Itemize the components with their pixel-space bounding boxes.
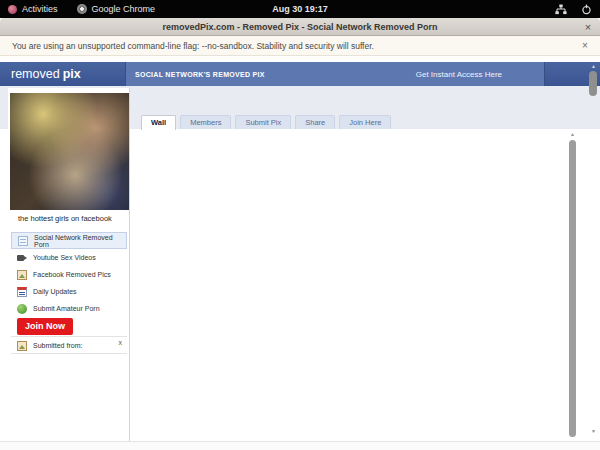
photo-caption: the hottest girls on facebook xyxy=(18,214,112,223)
video-camera-icon xyxy=(17,253,27,263)
sidebar-menu: Social Network Removed Porn Youtube Sex … xyxy=(11,232,127,317)
infobar-message: You are using an unsupported command-lin… xyxy=(12,36,374,55)
clock[interactable]: Aug 30 19:17 xyxy=(0,0,600,18)
logo-word-2: pix xyxy=(63,67,81,81)
divider xyxy=(11,353,127,354)
window-title: removedPix.com - Removed Pix - Social Ne… xyxy=(0,18,600,35)
submitted-from-row: Submitted from: x xyxy=(11,338,127,353)
horizontal-scrollbar: ◀ ▶ xyxy=(0,441,600,450)
sidebar-item-facebook-removed-pics[interactable]: Facebook Removed Pics xyxy=(11,266,127,283)
browser-title-bar[interactable]: removedPix.com - Removed Pix - Social Ne… xyxy=(0,18,600,36)
submitted-close-icon[interactable]: x xyxy=(119,339,123,346)
window-close-icon[interactable]: × xyxy=(582,19,594,34)
submitted-from-label: Submitted from: xyxy=(33,342,82,349)
outer-scrollbar-thumb[interactable] xyxy=(589,71,597,96)
photo-icon xyxy=(17,341,27,351)
system-top-bar: Activities Google Chrome Aug 30 19:17 xyxy=(0,0,600,18)
get-access-link[interactable]: Get Instant Access Here xyxy=(416,70,502,79)
banner-title: SOCIAL NETWORK'S REMOVED PIX xyxy=(135,71,265,78)
sidebar-item-social-network-removed-porn[interactable]: Social Network Removed Porn xyxy=(11,232,127,249)
system-bar-right xyxy=(555,0,592,18)
outer-scrollbar-down-icon[interactable]: ▼ xyxy=(589,429,598,434)
calendar-icon xyxy=(17,287,27,297)
site-header: removed pix SOCIAL NETWORK'S REMOVED PIX… xyxy=(0,62,600,86)
menu-item-label: Daily Updates xyxy=(33,288,77,295)
inner-scrollbar-thumb[interactable] xyxy=(569,140,576,437)
tab-members[interactable]: Members xyxy=(180,115,231,129)
sidebar-item-youtube-sex-videos[interactable]: Youtube Sex Videos xyxy=(11,249,127,266)
outer-scrollbar-up-icon[interactable]: ▲ xyxy=(589,64,598,69)
logo-word-1: removed xyxy=(11,67,60,81)
tab-wall[interactable]: Wall xyxy=(141,115,176,130)
tab-submit-pix[interactable]: Submit Pix xyxy=(235,115,291,129)
menu-item-label: Facebook Removed Pics xyxy=(33,271,111,278)
photo-icon xyxy=(17,270,27,280)
divider xyxy=(11,336,127,337)
inner-scrollbar-up-icon[interactable]: ▲ xyxy=(568,132,577,137)
wall-note-icon xyxy=(18,236,28,246)
join-now-button[interactable]: Join Now xyxy=(17,318,73,335)
power-icon[interactable] xyxy=(581,4,592,15)
header-banner: SOCIAL NETWORK'S REMOVED PIX Get Instant… xyxy=(125,62,545,86)
tab-share[interactable]: Share xyxy=(295,115,335,129)
sidebar-item-daily-updates[interactable]: Daily Updates xyxy=(11,283,127,300)
menu-item-label: Submit Amateur Porn xyxy=(33,305,100,312)
tab-bar: Wall Members Submit Pix Share Join Here xyxy=(141,115,391,129)
sidebar: the hottest girls on facebook Social Net… xyxy=(8,88,130,441)
globe-icon xyxy=(17,304,27,314)
screen: Activities Google Chrome Aug 30 19:17 re… xyxy=(0,0,600,450)
tab-join-here[interactable]: Join Here xyxy=(339,115,391,129)
profile-photo-thumbnail[interactable] xyxy=(10,93,129,210)
chrome-infobar: You are using an unsupported command-lin… xyxy=(0,36,600,56)
sidebar-item-submit-amateur-porn[interactable]: Submit Amateur Porn xyxy=(11,300,127,317)
network-icon[interactable] xyxy=(555,4,567,15)
menu-item-label: Social Network Removed Porn xyxy=(34,234,126,248)
infobar-close-icon[interactable]: × xyxy=(579,38,591,53)
site-logo[interactable]: removed pix xyxy=(11,62,81,86)
menu-item-label: Youtube Sex Videos xyxy=(33,254,96,261)
